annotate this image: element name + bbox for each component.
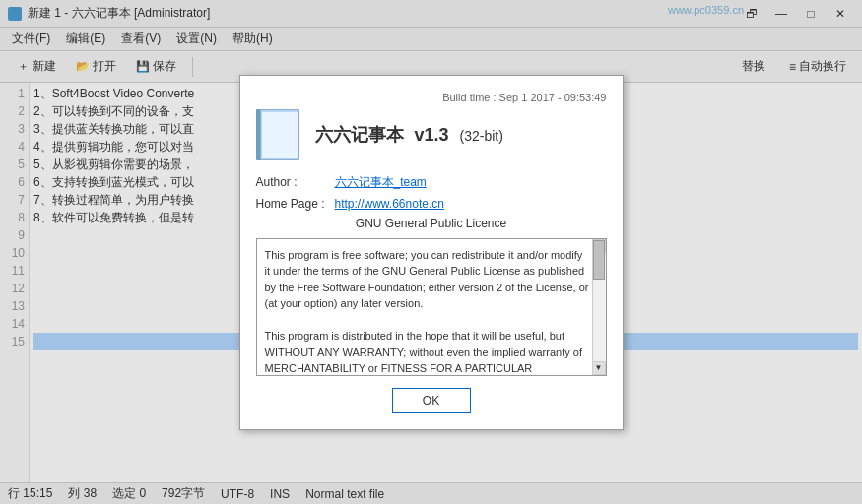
about-title-area: 六六记事本 v1.3 (32-bit) xyxy=(315,123,607,147)
book-icon xyxy=(256,107,303,162)
build-time: Build time : Sep 1 2017 - 09:53:49 xyxy=(256,92,607,103)
scroll-arrow-down[interactable]: ▼ xyxy=(592,361,606,375)
about-header: 六六记事本 v1.3 (32-bit) xyxy=(256,107,607,162)
homepage-row: Home Page : http://www.66note.cn xyxy=(256,197,607,211)
homepage-link[interactable]: http://www.66note.cn xyxy=(335,197,444,211)
author-label: Author : xyxy=(256,175,335,189)
app-name: 六六记事本 v1.3 (32-bit) xyxy=(315,125,503,145)
license-title: GNU General Public Licence xyxy=(256,217,607,230)
homepage-label: Home Page : xyxy=(256,197,335,211)
author-link[interactable]: 六六记事本_team xyxy=(335,174,427,191)
ok-button[interactable]: OK xyxy=(392,388,471,413)
modal-overlay: Build time : Sep 1 2017 - 09:53:49 六六记事本… xyxy=(0,0,862,504)
about-dialog: Build time : Sep 1 2017 - 09:53:49 六六记事本… xyxy=(239,75,624,430)
author-row: Author : 六六记事本_team xyxy=(256,174,607,191)
license-scrollbar[interactable]: ▲ ▼ xyxy=(592,239,606,375)
license-text: This program is free software; you can r… xyxy=(265,247,590,376)
scroll-thumb[interactable] xyxy=(593,240,605,280)
license-box[interactable]: This program is free software; you can r… xyxy=(256,238,607,376)
book-page xyxy=(262,112,298,158)
